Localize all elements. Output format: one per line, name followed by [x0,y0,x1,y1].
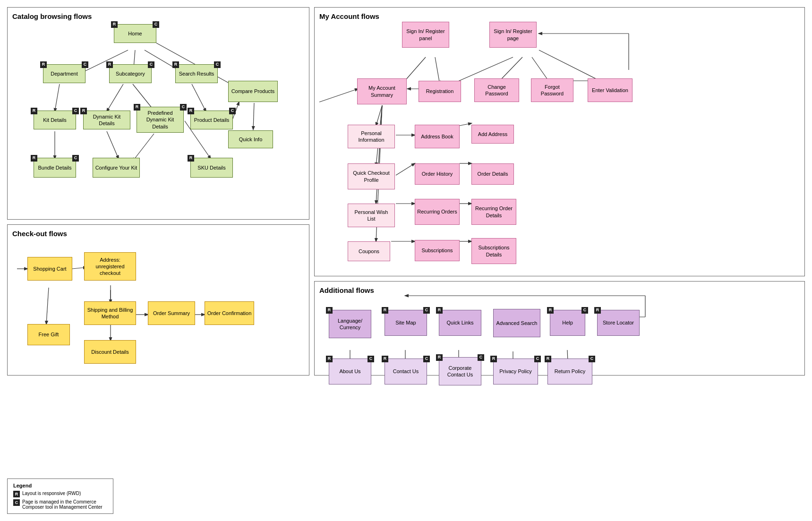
personal-info-node: Personal Information [348,125,395,148]
catalog-title: Catalog browsing flows [12,12,304,20]
svg-line-38 [396,163,415,175]
quick-checkout-node: Quick Checkout Profile [348,163,395,189]
checkout-title: Check-out flows [12,230,304,238]
legend-badge-c: C [13,499,20,506]
search-results-node: RCSearch Results [175,64,218,83]
kit-details-node: RCKit Details [34,111,76,129]
subscriptions-details-node: Subscriptions Details [471,238,516,264]
forgot-password-node: Forgot Password [531,78,573,102]
recurring-details-node: Recurring Order Details [471,199,516,225]
language-node: RLanguage/ Currency [329,310,371,338]
catalog-panel: Catalog browsing flows [7,7,309,220]
svg-line-11 [107,131,119,159]
order-details-node: Order Details [471,163,514,185]
badge-r: R [111,21,118,28]
change-password-node: Change Password [474,78,519,102]
dynamic-kit-node: RDynamic Kit Details [83,111,130,129]
contact-us-node: RCContact Us [385,359,427,384]
privacy-policy-node: RCPrivacy Policy [493,359,538,384]
recurring-orders-node: Recurring Orders [415,199,460,225]
add-address-node: Add Address [471,125,514,144]
order-history-node: Order History [415,163,460,185]
subscriptions-node: Subscriptions [415,240,460,261]
svg-line-4 [55,84,60,111]
checkout-arrows [8,225,309,375]
wishlist-node: Personal Wish List [348,204,395,227]
svg-line-19 [46,288,49,324]
subcategory-node: RCSubcategory [109,64,152,83]
shopping-cart-node: Shopping Cart [27,257,72,281]
return-policy-node: RCReturn Policy [547,359,592,384]
department-node: RCDepartment [43,64,85,83]
myaccount-title: My Account flows [319,12,800,20]
shipping-billing-node: Shipping and Billing Method [84,301,136,325]
home-node: R C Home [114,24,156,43]
sku-details-node: RSKU Details [190,158,233,178]
address-book-node: Address Book [415,125,460,148]
discount-details-node: Discount Details [84,340,136,364]
signin-panel-node: Sign In/ Register panel [402,22,449,48]
sitemap-node: RCSite Map [385,310,427,336]
svg-line-37 [460,123,471,126]
order-confirmation-node: Order Confirmation [205,301,254,325]
badge-c: C [153,21,159,28]
legend: Legend R Layout is responsive (RWD) C Pa… [7,478,113,514]
about-us-node: RCAbout Us [329,359,371,384]
additional-panel: Additional flows [314,281,805,376]
svg-line-44 [319,89,358,102]
help-node: RCHelp [550,310,585,336]
svg-line-5 [107,84,123,111]
store-locator-node: RStore Locator [597,310,640,336]
legend-item-r: R Layout is responsive (RWD) [13,491,107,497]
compare-products-node: Compare Products [228,81,278,102]
account-summary-node: My Account Summary [357,78,407,104]
predefined-kit-node: RCPredefined Dynamic Kit Details [137,107,184,133]
quick-info-node: Quick Info [228,130,273,148]
svg-line-22 [435,57,440,84]
checkout-panel: Check-out flows [7,224,309,376]
myaccount-panel: My Account flows [314,7,805,276]
order-summary-node: Order Summary [148,301,195,325]
quicklinks-node: RQuick Links [439,310,481,336]
coupons-node: Coupons [348,241,390,261]
free-gift-node: Free Gift [27,324,70,345]
configure-kit-node: Configure Your Kit [93,158,140,178]
bundle-details-node: RCBundle Details [34,158,76,178]
svg-line-12 [133,134,154,161]
corporate-contact-node: RCCorporate Contact Us [439,357,481,385]
product-details-node: RCProduct Details [190,111,233,129]
legend-item-c: C Page is managed in the Commerce Compos… [13,499,107,510]
address-unreg-node: Address: unregistered checkout [84,252,136,281]
legend-title: Legend [13,483,107,488]
registration-node: Registration [419,81,461,102]
advanced-search-node: Advanced Search [493,309,540,337]
signin-page-node: Sign In/ Register page [489,22,537,48]
enter-validation-node: Enter Validation [588,78,633,102]
legend-badge-r: R [13,491,20,497]
svg-line-9 [253,103,254,129]
additional-title: Additional flows [319,286,800,294]
svg-line-32 [376,105,382,126]
